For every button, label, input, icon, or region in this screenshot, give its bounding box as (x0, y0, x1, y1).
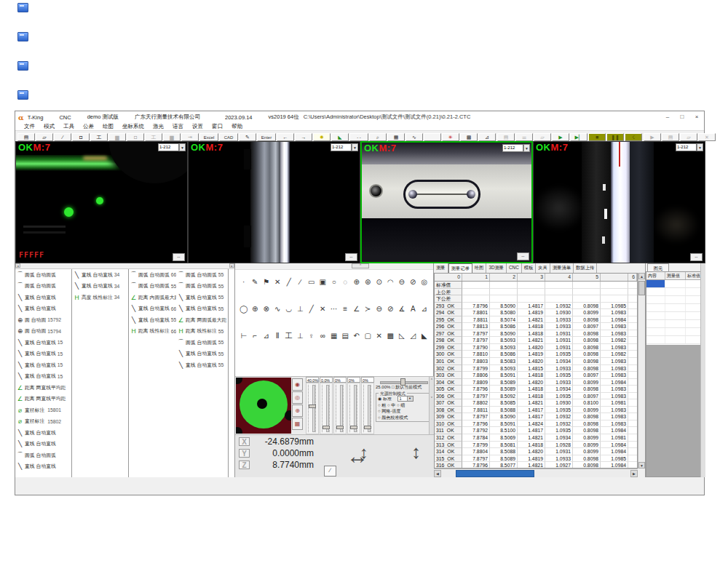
feature-item[interactable]: H 距离 线性标注 66 (129, 326, 176, 338)
selected-cell[interactable] (646, 280, 665, 287)
feature-item[interactable]: ⌒ 圆弧 自动圆弧 (15, 450, 71, 461)
menu-item[interactable]: 窗口 (207, 123, 227, 130)
prev-button[interactable]: ← (277, 133, 294, 141)
run-button[interactable]: ▶ (552, 133, 569, 141)
ring-outer-button[interactable]: ◎ (292, 391, 303, 404)
feature-item[interactable]: ╲ 直线 自动直线 34 (72, 269, 128, 281)
elements-row[interactable] (646, 336, 700, 344)
enter-button[interactable]: Enter (257, 133, 276, 141)
angle-tool[interactable]: ∠ (351, 304, 363, 314)
feature-item[interactable]: ⌒ 圆弧 自动圆弧 55 (176, 281, 228, 292)
open-button[interactable]: ▱ (36, 133, 53, 141)
pause-button[interactable]: ❚❚ (606, 133, 624, 141)
tools-collapse-button[interactable]: ⌃ (352, 263, 369, 268)
light-slider[interactable]: 0.0% (320, 377, 333, 434)
elements-row[interactable] (646, 312, 700, 320)
feature-item[interactable]: ╲ 直线 自动直线 55 (176, 303, 228, 315)
grid-data-row[interactable]: 314 OK 7.88048.50881.48201.09310.80991.0… (435, 448, 637, 455)
pan-tool-icon[interactable]: ⇔ (517, 252, 529, 260)
link-tool[interactable]: ∞ (317, 331, 329, 341)
light-slider[interactable]: 40.0% (306, 377, 319, 434)
grid-data-row[interactable]: 293 OK 7.87968.50901.48171.09320.80981.0… (435, 303, 637, 310)
radius-tool[interactable]: ⊘ (385, 304, 397, 314)
diameter-tool[interactable]: ⊖ (373, 304, 385, 314)
grid-data-row[interactable]: 305 OK 7.87968.50891.48181.09340.80981.0… (435, 386, 637, 393)
results-tab[interactable]: 数据上传 (574, 263, 597, 273)
elements-row[interactable] (646, 328, 700, 336)
camera-range-select[interactable]: 1-212 (331, 143, 352, 151)
excel-export-button[interactable]: Excel (199, 133, 218, 141)
feature-item[interactable]: ╲ 直线 自动直线 15 (15, 337, 71, 348)
camera-range-select[interactable]: 1-212 (158, 143, 179, 151)
grid-data-row[interactable]: 312 OK 7.87848.50691.48211.09340.80991.0… (435, 434, 637, 442)
results-tab[interactable]: 绘图 (472, 263, 487, 273)
camera-range-select[interactable]: 1-212 (676, 143, 697, 151)
ellipse-tool[interactable]: ◯ (238, 304, 250, 314)
menu-item[interactable]: 帮助 (227, 123, 247, 130)
cad-export-button[interactable]: CAD (219, 133, 238, 141)
pick-tool[interactable]: ✎ (250, 277, 261, 287)
light-slider-thumb[interactable] (309, 404, 316, 408)
results-grid[interactable]: 0 1 2 3 4 5 6 标准值 (434, 273, 638, 469)
feature-item[interactable]: ∠ 距离 两圆弧最大距 (176, 314, 228, 326)
chevron-down-icon[interactable]: ▼ (697, 143, 703, 151)
elements-row[interactable] (646, 320, 700, 328)
arc2-tool[interactable]: ◡ (283, 304, 295, 314)
blank-button[interactable] (424, 133, 441, 141)
elements-row[interactable] (646, 288, 700, 296)
slot2-tool[interactable]: ⊘ (408, 277, 419, 287)
elements-row[interactable] (646, 304, 700, 312)
light-slider-thumb[interactable] (336, 426, 344, 429)
open-disabled-button[interactable]: ▱ (680, 133, 697, 141)
probe-button[interactable]: ◘ (72, 133, 90, 141)
qr-button[interactable]: ▩ (460, 133, 478, 141)
dash-button[interactable]: - - (349, 133, 368, 141)
pan-tool-icon[interactable]: ⇔ (173, 253, 185, 261)
feature-item[interactable]: ⌒ 圆弧 自动圆弧 (15, 281, 71, 292)
light-slider-track[interactable] (347, 383, 360, 434)
light-slider[interactable]: 0% (347, 377, 360, 434)
scroll-up-icon[interactable]: ▲ (638, 273, 645, 279)
feature-item[interactable]: ╲ 直线 自动直线 66 (129, 303, 176, 315)
grid-data-row[interactable]: 313 OK 7.87998.50811.48181.09280.80991.0… (435, 442, 637, 449)
scroll-right-icon[interactable]: ▸ (229, 263, 234, 268)
point-tool[interactable]: · (238, 277, 250, 287)
depth-dim-tool[interactable]: ⊥ (295, 331, 306, 341)
grid-data-row[interactable]: 297 OK 7.87978.50901.48181.09310.80981.0… (435, 330, 637, 338)
vertex-tool[interactable]: ≻ (363, 304, 374, 314)
light-slider-track[interactable] (361, 383, 374, 434)
tri2-tool[interactable]: ◿ (408, 331, 419, 341)
play-disabled-button[interactable]: ▶ (644, 133, 661, 141)
graph-button[interactable]: ∕ (324, 466, 336, 477)
cross-tool[interactable]: ✕ (272, 277, 284, 287)
feature-item[interactable]: ╲ 直线 自动直线 (15, 292, 71, 303)
results-tab[interactable]: 测量 (434, 263, 448, 273)
light-bulb-button[interactable]: ✹ (313, 133, 331, 141)
corner-dim-tool[interactable]: ⌐ (250, 331, 261, 341)
light-master-slider[interactable] (380, 378, 428, 384)
save-button[interactable]: ▤ (17, 133, 35, 141)
path-button[interactable]: ∕ (54, 133, 71, 141)
camera-range-select[interactable]: 1-212 (502, 144, 523, 152)
feature-item[interactable]: ∠ 距离 内圆弧最大距 66 (129, 292, 176, 303)
radio-fine[interactable]: ○ (397, 403, 400, 407)
menu-item[interactable]: 坐标系统 (118, 123, 149, 130)
pan-tool-icon[interactable]: ⇔ (690, 253, 703, 261)
parallel-dim-tool[interactable]: Ⅱ (272, 331, 284, 341)
grid-data-row[interactable]: 311 OK 7.87928.51001.48171.09350.80981.0… (435, 427, 637, 434)
grid-data-row[interactable]: 300 OK 7.88108.50861.48191.09350.80981.0… (435, 351, 637, 358)
grid-data-row[interactable]: 315 OK 7.87978.50891.48191.09330.80981.0… (435, 455, 637, 463)
circle-x-tool[interactable]: ⊗ (261, 304, 272, 314)
points-tool[interactable]: ⋯ (328, 304, 340, 314)
matrix-tool[interactable]: ▦ (328, 331, 340, 341)
feature-item[interactable]: ╲ 直线 自动直线 (15, 461, 71, 473)
radio-coarse[interactable]: ○ (378, 403, 381, 407)
parallel-tool[interactable]: ≡ (340, 304, 352, 314)
feature-item[interactable]: ╲ 直线 自动直线 (15, 427, 71, 439)
results-tab[interactable]: 模板 (522, 263, 537, 273)
ring-light-preview[interactable] (236, 378, 291, 434)
desktop-shortcut-icon[interactable] (17, 90, 28, 100)
tri3-tool[interactable]: ◣ (419, 331, 430, 341)
feature-item[interactable]: ⌒ 圆弧 自动圆弧 66 (129, 269, 176, 281)
line3-tool[interactable]: ╱ (306, 304, 317, 314)
